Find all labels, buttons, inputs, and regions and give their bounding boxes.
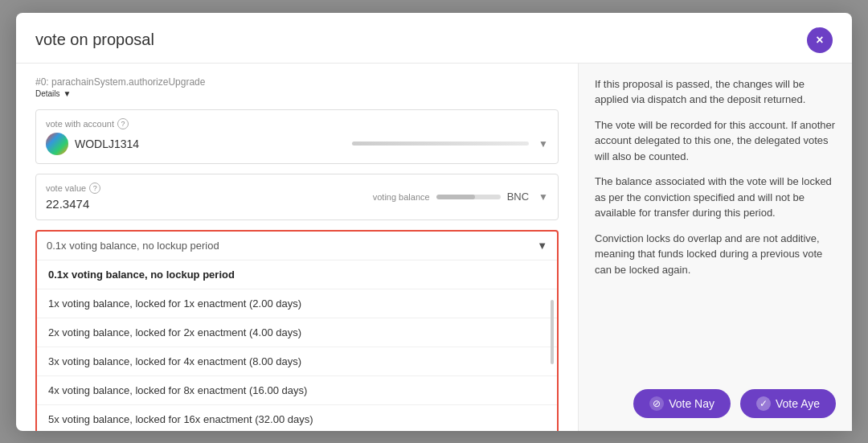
- vote-value-help-icon[interactable]: ?: [89, 183, 100, 194]
- info-p4: Conviction locks do overlap and are not …: [595, 231, 836, 278]
- vote-nay-button[interactable]: ⊘ Vote Nay: [633, 389, 731, 418]
- currency-dropdown-icon[interactable]: ▼: [538, 191, 548, 203]
- account-select-bar: [352, 142, 529, 146]
- conviction-option-5[interactable]: 5x voting balance, locked for 16x enactm…: [37, 405, 557, 431]
- details-arrow-icon: ▼: [63, 89, 72, 98]
- conviction-current-label: 0.1x voting balance, no lockup period: [47, 240, 219, 252]
- account-name: WODLJ1314: [75, 137, 139, 150]
- account-dropdown-icon[interactable]: ▼: [538, 138, 548, 150]
- balance-bar: [436, 195, 501, 199]
- conviction-option-1[interactable]: 1x voting balance, locked for 1x enactme…: [37, 289, 557, 318]
- vote-value-row: vote value ? voting balance BNC ▼: [46, 183, 548, 211]
- info-p3: The balance associated with the vote wil…: [595, 174, 836, 221]
- conviction-current[interactable]: 0.1x voting balance, no lockup period ▼: [37, 232, 557, 260]
- conviction-list: 0.1x voting balance, no lockup period 1x…: [37, 260, 557, 431]
- vote-account-label: vote with account ?: [46, 118, 548, 129]
- conviction-option-0[interactable]: 0.1x voting balance, no lockup period: [37, 260, 557, 289]
- right-panel: If this proposal is passed, the changes …: [579, 64, 852, 431]
- left-panel: #0: parachainSystem.authorizeUpgrade Det…: [16, 64, 579, 431]
- modal-title: vote on proposal: [35, 31, 154, 49]
- vote-aye-button[interactable]: ✓ Vote Aye: [740, 389, 836, 418]
- aye-label: Vote Aye: [776, 397, 820, 410]
- vote-value-left: vote value ?: [46, 183, 293, 211]
- conviction-dropdown[interactable]: 0.1x voting balance, no lockup period ▼ …: [35, 230, 559, 431]
- vote-account-help-icon[interactable]: ?: [117, 118, 129, 129]
- vote-value-field: vote value ? voting balance BNC ▼: [35, 174, 559, 220]
- conviction-option-3[interactable]: 3x voting balance, locked for 4x enactme…: [37, 347, 557, 376]
- modal-header: vote on proposal ×: [16, 13, 852, 64]
- balance-bar-fill: [436, 195, 475, 199]
- account-field-row: WODLJ1314 ▼: [46, 133, 548, 155]
- nay-icon: ⊘: [649, 396, 664, 411]
- conviction-option-4[interactable]: 4x voting balance, locked for 8x enactme…: [37, 376, 557, 405]
- details-toggle[interactable]: Details ▼: [35, 89, 559, 98]
- scrollbar: [551, 300, 554, 364]
- avatar: [46, 133, 68, 155]
- currency-label: BNC: [507, 191, 529, 203]
- modal-overlay: vote on proposal × #0: parachainSystem.a…: [0, 0, 868, 443]
- vote-value-input[interactable]: [46, 197, 293, 211]
- vote-value-label: vote value ?: [46, 183, 293, 194]
- modal-body: #0: parachainSystem.authorizeUpgrade Det…: [16, 64, 852, 431]
- conviction-dropdown-arrow-icon: ▼: [537, 240, 547, 252]
- details-label: Details: [35, 89, 60, 98]
- balance-area: voting balance BNC ▼: [302, 191, 549, 203]
- account-row: WODLJ1314: [46, 133, 139, 155]
- aye-icon: ✓: [756, 396, 771, 411]
- nay-label: Vote Nay: [669, 397, 714, 410]
- proposal-ref: #0: parachainSystem.authorizeUpgrade: [35, 76, 559, 88]
- modal: vote on proposal × #0: parachainSystem.a…: [16, 13, 852, 431]
- balance-label: voting balance: [373, 192, 430, 202]
- conviction-option-2[interactable]: 2x voting balance, locked for 2x enactme…: [37, 318, 557, 347]
- close-button[interactable]: ×: [807, 27, 833, 53]
- info-p1: If this proposal is passed, the changes …: [595, 76, 836, 108]
- info-p2: The vote will be recorded for this accou…: [595, 117, 836, 165]
- action-buttons: ⊘ Vote Nay ✓ Vote Aye: [595, 379, 836, 418]
- vote-account-field: vote with account ? WODLJ1314 ▼: [35, 109, 559, 164]
